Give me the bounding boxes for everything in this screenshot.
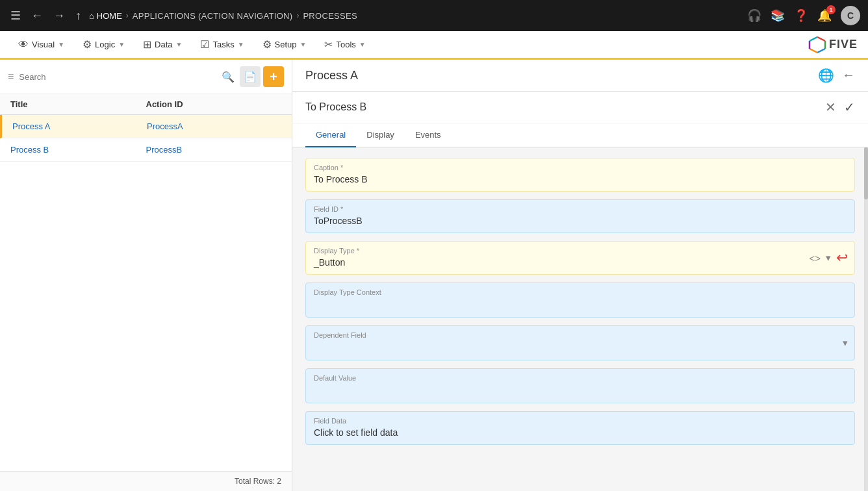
notifications-icon[interactable]: 🔔 1 [817, 8, 832, 23]
user-avatar[interactable]: C [841, 6, 860, 25]
list-item[interactable]: Process B ProcessB [0, 138, 292, 162]
home-breadcrumb[interactable]: ⌂ HOME [89, 11, 122, 21]
menu-tools[interactable]: ✂ Tools ▼ [316, 34, 373, 55]
form-tabs: General Display Events [292, 123, 868, 147]
sidebar-rows: Process A ProcessA Process B ProcessB [0, 115, 292, 471]
close-icon[interactable]: ✕ [825, 99, 836, 115]
display-type-field: Display Type * _Button <> ▾ ↩ [305, 241, 855, 275]
menu-icon[interactable]: ☰ [8, 6, 23, 25]
dependent-field-value[interactable] [314, 342, 828, 353]
total-rows-label: Total Rows: 2 [235, 477, 281, 486]
scrollbar-thumb[interactable] [864, 147, 868, 199]
default-value-value[interactable] [314, 384, 847, 396]
tools-chevron: ▼ [359, 41, 366, 48]
notification-badge: 1 [826, 5, 836, 14]
tools-icon: ✂ [324, 38, 333, 51]
menu-setup-label: Setup [275, 40, 297, 49]
field-data-field[interactable]: Field Data Click to set field data [305, 411, 855, 445]
top-nav-right: 🎧 📚 ❓ 🔔 1 C [747, 6, 860, 25]
dependent-chevron-icon[interactable]: ▾ [843, 337, 848, 349]
setup-icon: ⚙ [262, 38, 272, 51]
menu-visual[interactable]: 👁 Visual ▼ [10, 35, 72, 55]
setup-chevron: ▼ [300, 41, 307, 48]
row-title-0: Process A [12, 121, 147, 131]
help-icon[interactable]: ❓ [794, 8, 808, 23]
row-title-1: Process B [10, 145, 146, 155]
five-logo-icon [808, 36, 826, 54]
menu-tasks-label: Tasks [212, 40, 234, 49]
tasks-chevron: ▼ [238, 41, 244, 48]
svg-line-1 [817, 37, 825, 41]
list-item[interactable]: Process A ProcessA [0, 115, 292, 138]
top-nav: ☰ ← → ↑ ⌂ HOME › APPLICATIONS (ACTION NA… [0, 0, 868, 31]
back-nav-icon[interactable]: ← [842, 68, 855, 83]
document-button[interactable]: 📄 [240, 66, 261, 87]
field-data-value[interactable]: Click to set field data [314, 427, 847, 438]
tab-display[interactable]: Display [356, 123, 405, 147]
visual-icon: 👁 [18, 39, 29, 51]
form-panel-title: To Process B [305, 101, 366, 113]
five-logo-text: FIVE [829, 38, 858, 51]
form-fields: Caption * To Process B Field ID * ToProc… [292, 147, 868, 491]
code-icon[interactable]: <> [809, 253, 821, 264]
add-button[interactable]: + [263, 66, 284, 87]
menu-tools-label: Tools [336, 40, 355, 49]
search-icon[interactable]: 🔍 [222, 71, 235, 83]
tab-events[interactable]: Events [405, 123, 452, 147]
back-icon[interactable]: ← [29, 6, 45, 25]
menu-bar: 👁 Visual ▼ ⚙ Logic ▼ ⊞ Data ▼ ☑ Tasks ▼ … [0, 31, 868, 60]
svg-line-3 [817, 49, 825, 53]
row-action-1: ProcessB [146, 145, 282, 155]
col-title-header: Title [10, 99, 146, 109]
sidebar-table-header: Title Action ID [0, 94, 292, 115]
dependent-field-field: Dependent Field ▾ [305, 325, 855, 360]
scrollbar-track[interactable] [864, 147, 868, 491]
process-header: Process A 🌐 ← [292, 60, 868, 92]
svg-line-6 [810, 37, 817, 41]
process-header-icons: 🌐 ← [818, 68, 855, 83]
breadcrumb-sep-2: › [296, 11, 299, 20]
search-input[interactable] [19, 72, 216, 82]
logic-icon: ⚙ [83, 38, 92, 51]
caption-field: Caption * To Process B [305, 158, 855, 192]
up-icon[interactable]: ↑ [73, 6, 84, 25]
display-type-context-value[interactable] [314, 299, 847, 310]
menu-data-label: Data [155, 40, 172, 49]
field-id-value[interactable]: ToProcessB [314, 216, 847, 226]
form-panel-actions: ✕ ✓ [825, 99, 855, 115]
breadcrumb-processes[interactable]: PROCESSES [303, 11, 357, 21]
default-value-label: Default Value [314, 374, 847, 382]
check-icon[interactable]: ✓ [844, 99, 855, 115]
headset-icon[interactable]: 🎧 [747, 8, 761, 23]
breadcrumb-sep-1: › [126, 11, 129, 20]
chevron-down-icon[interactable]: ▾ [826, 252, 831, 264]
five-logo: FIVE [808, 36, 858, 54]
form-panel-header: To Process B ✕ ✓ [292, 92, 868, 123]
menu-tasks[interactable]: ☑ Tasks ▼ [192, 34, 251, 55]
default-value-field: Default Value [305, 368, 855, 403]
menu-data[interactable]: ⊞ Data ▼ [135, 34, 190, 55]
menu-logic[interactable]: ⚙ Logic ▼ [75, 34, 133, 55]
main-layout: ≡ 🔍 📄 + Title Action ID Process A Proces… [0, 60, 868, 491]
forward-icon[interactable]: → [51, 6, 68, 25]
caption-value[interactable]: To Process B [314, 174, 847, 184]
library-icon[interactable]: 📚 [771, 8, 785, 23]
sidebar: ≡ 🔍 📄 + Title Action ID Process A Proces… [0, 60, 292, 491]
tab-general[interactable]: General [305, 123, 356, 147]
home-icon: ⌂ [89, 11, 94, 21]
display-type-context-label: Display Type Context [314, 288, 847, 296]
svg-line-4 [810, 49, 817, 53]
display-type-icons: <> ▾ ↩ [809, 249, 848, 266]
dependent-field-icons: ▾ [843, 337, 848, 349]
sidebar-search-bar: ≡ 🔍 📄 + [0, 60, 292, 94]
menu-visual-label: Visual [32, 40, 55, 49]
dependent-field-label: Dependent Field [314, 331, 828, 339]
row-action-0: ProcessA [147, 121, 281, 131]
caption-label: Caption * [314, 164, 847, 171]
display-type-value[interactable]: _Button [314, 257, 809, 268]
globe-icon[interactable]: 🌐 [818, 68, 834, 83]
menu-setup[interactable]: ⚙ Setup ▼ [255, 34, 314, 55]
breadcrumb-applications[interactable]: APPLICATIONS (ACTION NAVIGATION) [133, 11, 293, 21]
data-chevron: ▼ [176, 41, 183, 48]
form-fields-wrapper: Caption * To Process B Field ID * ToProc… [292, 147, 868, 491]
